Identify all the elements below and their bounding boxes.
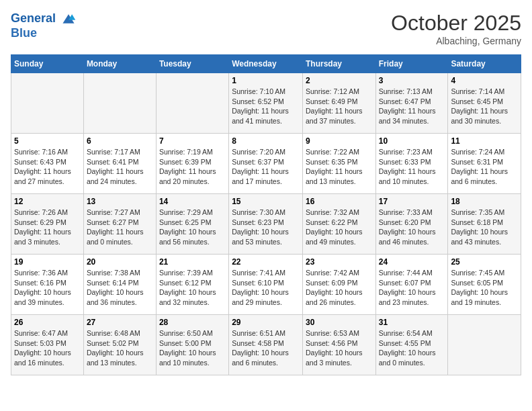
day-number: 16 [306, 197, 373, 206]
day-content: Sunrise: 6:50 AM Sunset: 5:00 PM Dayligh… [159, 328, 226, 368]
day-number: 13 [87, 197, 153, 206]
day-number: 6 [87, 136, 153, 146]
page-header: General Blue October 2025 Albaching, Ger… [11, 11, 521, 46]
calendar-cell [448, 315, 521, 375]
calendar-cell: 23Sunrise: 7:42 AM Sunset: 6:09 PM Dayli… [302, 255, 375, 315]
day-number: 26 [14, 318, 81, 327]
month-title: October 2025 [391, 11, 521, 36]
calendar-cell: 5Sunrise: 7:16 AM Sunset: 6:43 PM Daylig… [11, 134, 84, 194]
day-number: 17 [379, 197, 445, 206]
day-number: 18 [451, 197, 518, 206]
day-content: Sunrise: 7:35 AM Sunset: 6:18 PM Dayligh… [451, 208, 518, 247]
calendar-cell: 27Sunrise: 6:48 AM Sunset: 5:02 PM Dayli… [83, 315, 156, 375]
day-content: Sunrise: 7:39 AM Sunset: 6:12 PM Dayligh… [159, 268, 226, 308]
logo-icon [60, 11, 77, 27]
day-content: Sunrise: 7:41 AM Sunset: 6:10 PM Dayligh… [232, 268, 300, 308]
day-number: 24 [379, 257, 445, 267]
day-number: 28 [159, 318, 226, 327]
day-number: 11 [451, 136, 518, 146]
day-content: Sunrise: 7:10 AM Sunset: 6:52 PM Dayligh… [232, 87, 300, 126]
logo-blue: Blue [11, 27, 77, 40]
calendar-cell: 19Sunrise: 7:36 AM Sunset: 6:16 PM Dayli… [11, 255, 84, 315]
calendar-cell: 24Sunrise: 7:44 AM Sunset: 6:07 PM Dayli… [375, 255, 448, 315]
day-number: 10 [379, 136, 445, 146]
day-number: 1 [232, 76, 300, 85]
title-block: October 2025 Albaching, Germany [391, 11, 521, 46]
calendar-table: SundayMondayTuesdayWednesdayThursdayFrid… [11, 54, 521, 375]
day-content: Sunrise: 7:16 AM Sunset: 6:43 PM Dayligh… [14, 147, 81, 187]
calendar-cell: 8Sunrise: 7:20 AM Sunset: 6:37 PM Daylig… [229, 134, 303, 194]
day-content: Sunrise: 6:53 AM Sunset: 4:56 PM Dayligh… [306, 328, 373, 368]
day-content: Sunrise: 6:51 AM Sunset: 4:58 PM Dayligh… [232, 328, 300, 368]
calendar-cell: 17Sunrise: 7:33 AM Sunset: 6:20 PM Dayli… [375, 194, 448, 255]
calendar-cell: 25Sunrise: 7:45 AM Sunset: 6:05 PM Dayli… [448, 255, 521, 315]
calendar-cell: 3Sunrise: 7:13 AM Sunset: 6:47 PM Daylig… [375, 73, 448, 134]
logo: General Blue [11, 11, 77, 40]
day-content: Sunrise: 7:33 AM Sunset: 6:20 PM Dayligh… [379, 208, 445, 247]
logo-text: General [11, 11, 77, 27]
day-content: Sunrise: 6:48 AM Sunset: 5:02 PM Dayligh… [87, 328, 153, 368]
week-row-2: 12Sunrise: 7:26 AM Sunset: 6:29 PM Dayli… [11, 194, 521, 255]
header-day-saturday: Saturday [448, 55, 521, 73]
day-number: 22 [232, 257, 300, 267]
day-number: 3 [379, 76, 445, 85]
header-day-friday: Friday [375, 55, 448, 73]
day-number: 9 [306, 136, 373, 146]
calendar-cell: 4Sunrise: 7:14 AM Sunset: 6:45 PM Daylig… [448, 73, 521, 134]
day-number: 31 [379, 318, 445, 327]
header-day-sunday: Sunday [11, 55, 84, 73]
calendar-cell: 28Sunrise: 6:50 AM Sunset: 5:00 PM Dayli… [156, 315, 228, 375]
day-number: 19 [14, 257, 81, 267]
day-content: Sunrise: 7:26 AM Sunset: 6:29 PM Dayligh… [14, 208, 81, 247]
calendar-cell: 29Sunrise: 6:51 AM Sunset: 4:58 PM Dayli… [229, 315, 303, 375]
calendar-cell: 11Sunrise: 7:24 AM Sunset: 6:31 PM Dayli… [448, 134, 521, 194]
calendar-cell: 12Sunrise: 7:26 AM Sunset: 6:29 PM Dayli… [11, 194, 84, 255]
day-content: Sunrise: 7:23 AM Sunset: 6:33 PM Dayligh… [379, 147, 445, 187]
calendar-cell: 16Sunrise: 7:32 AM Sunset: 6:22 PM Dayli… [302, 194, 375, 255]
day-number: 15 [232, 197, 300, 206]
day-content: Sunrise: 7:27 AM Sunset: 6:27 PM Dayligh… [87, 208, 153, 247]
day-number: 14 [159, 197, 226, 206]
calendar-cell: 13Sunrise: 7:27 AM Sunset: 6:27 PM Dayli… [83, 194, 156, 255]
calendar-cell: 9Sunrise: 7:22 AM Sunset: 6:35 PM Daylig… [302, 134, 375, 194]
calendar-cell: 21Sunrise: 7:39 AM Sunset: 6:12 PM Dayli… [156, 255, 228, 315]
week-row-4: 26Sunrise: 6:47 AM Sunset: 5:03 PM Dayli… [11, 315, 521, 375]
location: Albaching, Germany [391, 36, 521, 46]
calendar-cell: 22Sunrise: 7:41 AM Sunset: 6:10 PM Dayli… [229, 255, 303, 315]
day-number: 8 [232, 136, 300, 146]
day-content: Sunrise: 7:24 AM Sunset: 6:31 PM Dayligh… [451, 147, 518, 187]
day-number: 29 [232, 318, 300, 327]
calendar-cell: 26Sunrise: 6:47 AM Sunset: 5:03 PM Dayli… [11, 315, 84, 375]
calendar-cell [11, 73, 84, 134]
calendar-cell: 6Sunrise: 7:17 AM Sunset: 6:41 PM Daylig… [83, 134, 156, 194]
day-content: Sunrise: 7:22 AM Sunset: 6:35 PM Dayligh… [306, 147, 373, 187]
day-number: 27 [87, 318, 153, 327]
calendar-cell: 1Sunrise: 7:10 AM Sunset: 6:52 PM Daylig… [229, 73, 303, 134]
day-number: 25 [451, 257, 518, 267]
day-content: Sunrise: 7:17 AM Sunset: 6:41 PM Dayligh… [87, 147, 153, 187]
day-content: Sunrise: 7:29 AM Sunset: 6:25 PM Dayligh… [159, 208, 226, 247]
day-content: Sunrise: 6:47 AM Sunset: 5:03 PM Dayligh… [14, 328, 81, 368]
day-content: Sunrise: 7:20 AM Sunset: 6:37 PM Dayligh… [232, 147, 300, 187]
calendar-cell: 15Sunrise: 7:30 AM Sunset: 6:23 PM Dayli… [229, 194, 303, 255]
week-row-3: 19Sunrise: 7:36 AM Sunset: 6:16 PM Dayli… [11, 255, 521, 315]
calendar-cell: 31Sunrise: 6:54 AM Sunset: 4:55 PM Dayli… [375, 315, 448, 375]
day-content: Sunrise: 7:14 AM Sunset: 6:45 PM Dayligh… [451, 87, 518, 126]
day-content: Sunrise: 7:36 AM Sunset: 6:16 PM Dayligh… [14, 268, 81, 308]
day-content: Sunrise: 7:44 AM Sunset: 6:07 PM Dayligh… [379, 268, 445, 308]
day-number: 2 [306, 76, 373, 85]
day-number: 20 [87, 257, 153, 267]
day-number: 12 [14, 197, 81, 206]
calendar-cell: 30Sunrise: 6:53 AM Sunset: 4:56 PM Dayli… [302, 315, 375, 375]
week-row-0: 1Sunrise: 7:10 AM Sunset: 6:52 PM Daylig… [11, 73, 521, 134]
week-row-1: 5Sunrise: 7:16 AM Sunset: 6:43 PM Daylig… [11, 134, 521, 194]
header-row: SundayMondayTuesdayWednesdayThursdayFrid… [11, 55, 521, 73]
day-content: Sunrise: 7:45 AM Sunset: 6:05 PM Dayligh… [451, 268, 518, 308]
calendar-cell: 2Sunrise: 7:12 AM Sunset: 6:49 PM Daylig… [302, 73, 375, 134]
day-content: Sunrise: 7:32 AM Sunset: 6:22 PM Dayligh… [306, 208, 373, 247]
header-day-monday: Monday [83, 55, 156, 73]
day-number: 30 [306, 318, 373, 327]
day-content: Sunrise: 7:30 AM Sunset: 6:23 PM Dayligh… [232, 208, 300, 247]
calendar-cell [83, 73, 156, 134]
calendar-cell: 10Sunrise: 7:23 AM Sunset: 6:33 PM Dayli… [375, 134, 448, 194]
